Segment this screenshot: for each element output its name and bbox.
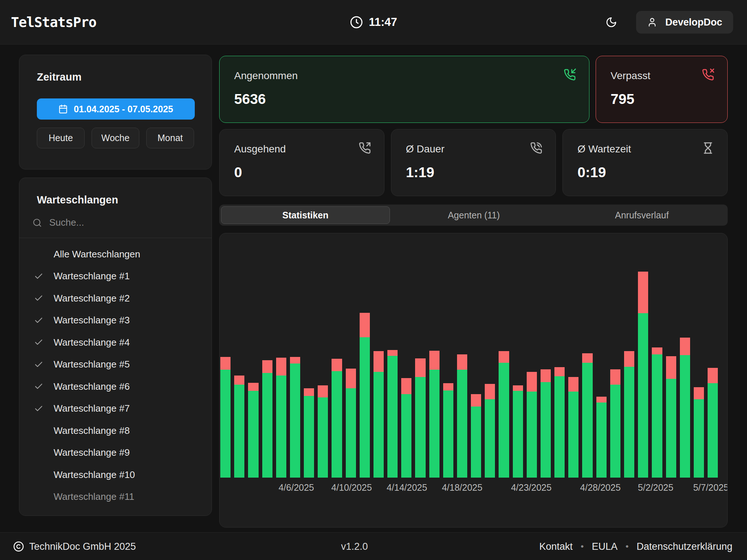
- bar-segment-answered: [610, 385, 620, 478]
- bar-segment-answered: [694, 399, 704, 478]
- bar-segment-answered: [262, 373, 272, 478]
- chart-bar[interactable]: [582, 353, 592, 478]
- queue-list-item[interactable]: Warteschlange #1: [19, 265, 212, 288]
- bar-segment-answered: [248, 391, 258, 478]
- bar-segment-answered: [360, 337, 370, 478]
- chart-bar[interactable]: [332, 359, 342, 478]
- chart-bar[interactable]: [457, 354, 467, 478]
- chart-bar[interactable]: [318, 385, 328, 478]
- preset-button-monat[interactable]: Monat: [146, 128, 194, 148]
- chart-bar[interactable]: [541, 369, 551, 478]
- tab-agenten-11-[interactable]: Agenten (11): [390, 206, 558, 224]
- chart-bar[interactable]: [262, 360, 272, 478]
- chart-bar[interactable]: [568, 377, 578, 478]
- date-range-button[interactable]: 01.04.2025 - 07.05.2025: [37, 98, 195, 120]
- bar-segment-missed: [499, 351, 509, 363]
- chart-bar[interactable]: [429, 351, 440, 478]
- check-icon: [34, 316, 43, 325]
- chart-bar[interactable]: [415, 358, 425, 478]
- check-icon: [34, 338, 43, 347]
- chart-bar[interactable]: [360, 313, 370, 478]
- queue-list-item[interactable]: Warteschlange #4: [19, 331, 212, 354]
- stat-card-outgoing: Ausgehend 0: [219, 129, 384, 196]
- chart-bar[interactable]: [638, 272, 648, 478]
- chart-bar[interactable]: [694, 387, 704, 478]
- queue-list-item[interactable]: Warteschlange #11: [19, 486, 212, 508]
- stat-answered-label: Angenommen: [234, 70, 574, 82]
- phone-incoming-icon: [564, 69, 576, 81]
- chart-bar[interactable]: [443, 383, 453, 478]
- queue-label: Warteschlange #8: [54, 425, 130, 436]
- bar-segment-missed: [318, 385, 328, 397]
- chart-bar[interactable]: [527, 372, 537, 478]
- chart-bar[interactable]: [290, 357, 300, 478]
- check-icon: [34, 404, 43, 413]
- bar-segment-missed: [680, 338, 690, 355]
- user-menu-button[interactable]: DevelopDoc: [636, 11, 733, 34]
- preset-button-heute[interactable]: Heute: [37, 128, 85, 148]
- chart-bar[interactable]: [513, 385, 523, 478]
- bar-segment-answered: [708, 383, 718, 478]
- chart-bar[interactable]: [624, 351, 634, 478]
- chart-bar[interactable]: [220, 357, 231, 478]
- search-icon: [32, 218, 42, 228]
- preset-button-woche[interactable]: Woche: [92, 128, 139, 148]
- bar-segment-missed: [610, 369, 620, 385]
- bar-segment-answered: [346, 388, 356, 478]
- chart-bar[interactable]: [304, 388, 314, 478]
- chart-bar[interactable]: [680, 338, 690, 478]
- queue-list-item[interactable]: Warteschlange #7: [19, 398, 212, 420]
- chart-bar[interactable]: [708, 368, 718, 478]
- bar-segment-missed: [332, 359, 342, 371]
- chart-bar[interactable]: [485, 384, 495, 478]
- search-input[interactable]: [49, 217, 194, 228]
- chart-bar[interactable]: [401, 378, 411, 478]
- dark-mode-toggle[interactable]: [605, 16, 617, 28]
- chart-bar[interactable]: [346, 369, 356, 478]
- chart-bar[interactable]: [234, 376, 244, 478]
- bar-segment-missed: [429, 351, 440, 370]
- queue-list-item[interactable]: Warteschlange #2: [19, 287, 212, 310]
- footer-link-kontakt[interactable]: Kontakt: [539, 541, 573, 552]
- bar-segment-answered: [415, 377, 425, 478]
- queue-list-item[interactable]: Alle Warteschlangen: [19, 243, 212, 265]
- queue-label: Warteschlange #10: [54, 469, 135, 481]
- chart-bar[interactable]: [248, 383, 258, 478]
- bar-segment-missed: [346, 369, 356, 389]
- chart-bar[interactable]: [374, 351, 384, 478]
- bar-segment-answered: [318, 397, 328, 478]
- chart-bar[interactable]: [610, 369, 620, 478]
- tab-statistiken[interactable]: Statistiken: [221, 206, 390, 224]
- chart-x-axis: 4/6/20254/10/20254/14/20254/18/20254/23/…: [220, 482, 718, 497]
- chart-bar[interactable]: [596, 397, 607, 478]
- tab-anrufsverlauf[interactable]: Anrufsverlauf: [558, 206, 726, 224]
- chart-bar[interactable]: [652, 347, 662, 478]
- chart-bar[interactable]: [554, 367, 565, 478]
- queue-list-item[interactable]: Warteschlange #10: [19, 464, 212, 486]
- queue-list-item[interactable]: Warteschlange #8: [19, 420, 212, 442]
- queue-list-item[interactable]: Warteschlange #6: [19, 376, 212, 398]
- chart-bar[interactable]: [276, 358, 286, 478]
- chart-bar[interactable]: [499, 351, 509, 478]
- queue-list-item[interactable]: Warteschlange #9: [19, 442, 212, 464]
- stat-outgoing-label: Ausgehend: [234, 143, 369, 155]
- queue-list-item[interactable]: Warteschlange #5: [19, 354, 212, 376]
- user-icon: [647, 17, 657, 27]
- bar-segment-answered: [680, 355, 690, 478]
- footer-link-eula[interactable]: EULA: [592, 541, 618, 552]
- chart-bar[interactable]: [666, 356, 676, 478]
- phone-missed-icon: [702, 69, 714, 81]
- hourglass-icon: [702, 142, 714, 154]
- bar-segment-missed: [248, 383, 258, 391]
- footer-link-datenschutzerklärung[interactable]: Datenschutzerklärung: [636, 541, 732, 552]
- chart-bar[interactable]: [387, 350, 398, 478]
- chart-bar[interactable]: [471, 394, 481, 478]
- queue-list-item[interactable]: Warteschlange #3: [19, 310, 212, 332]
- footer-links: Kontakt•EULA•Datenschutzerklärung: [539, 533, 732, 560]
- zeitraum-card: Zeitraum 01.04.2025 - 07.05.2025 HeuteWo…: [19, 55, 212, 170]
- bar-segment-missed: [708, 368, 718, 383]
- topbar-clock: 11:47: [350, 0, 397, 44]
- phone-call-icon: [530, 142, 542, 154]
- x-axis-tick-label: 4/6/2025: [279, 482, 314, 493]
- bar-segment-answered: [401, 394, 411, 478]
